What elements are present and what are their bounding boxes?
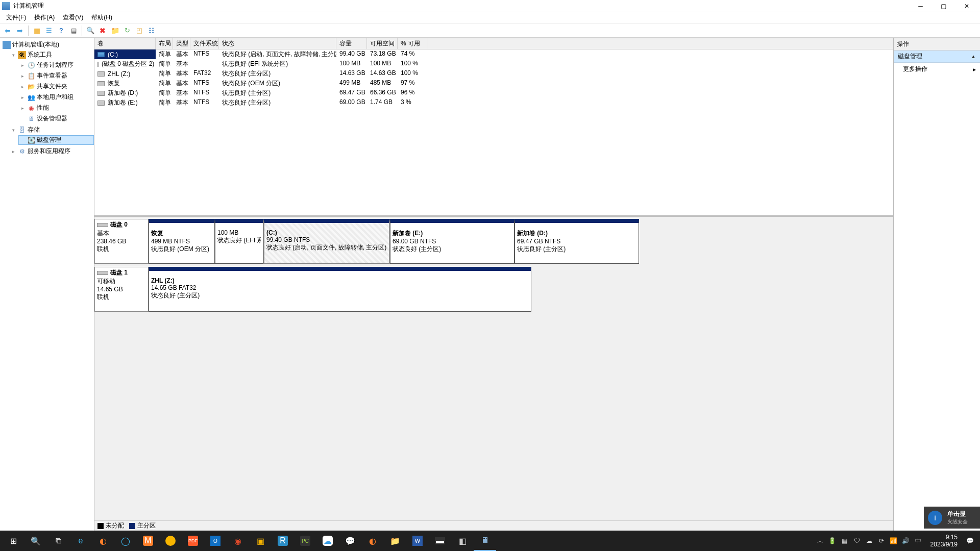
tray-volume-icon[interactable]: 🔊	[901, 534, 911, 548]
local-button[interactable]: ◰	[134, 25, 145, 36]
taskbar-app-cloud[interactable]: ☁	[316, 531, 339, 551]
taskbar-app-yellow[interactable]	[159, 531, 182, 551]
tree-system-tools[interactable]: ▾ 🛠 系统工具	[9, 50, 94, 60]
start-button[interactable]: ⊞	[2, 531, 24, 551]
col-percent[interactable]: % 可用	[398, 38, 428, 49]
show-hide-tree-button[interactable]: ▦	[31, 25, 42, 36]
tree-performance[interactable]: ▸◉性能	[18, 103, 94, 113]
col-type[interactable]: 类型	[173, 38, 190, 49]
taskbar-app-orange[interactable]: M	[137, 531, 159, 551]
volume-row[interactable]: 新加卷 (E:)简单基本NTFS状态良好 (主分区)69.00 GB1.74 G…	[94, 98, 893, 108]
tray-onedrive-icon[interactable]: ☁	[864, 534, 874, 548]
tray-sync-icon[interactable]: ⟳	[876, 534, 887, 548]
properties-button[interactable]: ▤	[68, 25, 79, 36]
menu-action[interactable]: 操作(A)	[30, 12, 59, 23]
partition[interactable]: ZHL (Z:)14.65 GB FAT32状态良好 (主分区)	[149, 267, 531, 312]
minimize-button[interactable]: ─	[909, 0, 932, 12]
close-button[interactable]: ✕	[955, 0, 978, 12]
taskbar-vmware[interactable]: ▣	[249, 531, 272, 551]
col-filesystem[interactable]: 文件系统	[190, 38, 219, 49]
actions-group-disk[interactable]: 磁盘管理 ▲	[894, 51, 980, 63]
tree-services-apps[interactable]: ▸ ⚙ 服务和应用程序	[9, 146, 94, 156]
search-button[interactable]: 🔍	[24, 531, 47, 551]
new-folder-button[interactable]: 📁	[109, 25, 120, 36]
taskbar-firefox[interactable]: ◐	[92, 531, 114, 551]
volume-row[interactable]: 新加卷 (D:)简单基本NTFS状态良好 (主分区)69.47 GB66.36 …	[94, 88, 893, 98]
expander-icon[interactable]: ▾	[10, 53, 16, 58]
menu-file[interactable]: 文件(F)	[2, 12, 30, 23]
expander-icon[interactable]: ▾	[10, 128, 16, 133]
taskbar-word[interactable]: W	[406, 531, 429, 551]
col-layout[interactable]: 布局	[156, 38, 173, 49]
volume-row[interactable]: ZHL (Z:)简单基本FAT32状态良好 (主分区)14.63 GB14.63…	[94, 69, 893, 79]
taskbar-ie[interactable]: e	[69, 531, 92, 551]
col-capacity[interactable]: 容量	[336, 38, 367, 49]
taskbar-firefox2[interactable]: ◐	[361, 531, 384, 551]
taskbar-wechat[interactable]: 💬	[339, 531, 361, 551]
taskbar-pycharm[interactable]: PC	[294, 531, 316, 551]
taskbar-terminal[interactable]: ▬	[429, 531, 451, 551]
maximize-button[interactable]: ▢	[932, 0, 955, 12]
tree-local-users[interactable]: ▸👥本地用户和组	[18, 92, 94, 102]
tray-notifications-icon[interactable]: 💬	[965, 534, 975, 548]
taskbar-app-generic[interactable]: ◧	[451, 531, 474, 551]
taskbar-compmgmt[interactable]: 🖥	[474, 531, 496, 551]
tree-disk-management[interactable]: 💽磁盘管理	[18, 135, 94, 145]
taskbar-outlook[interactable]: O	[204, 531, 227, 551]
expander-icon[interactable]: ▸	[19, 84, 26, 89]
partition[interactable]: 恢复499 MB NTFS状态良好 (OEM 分区)	[149, 219, 215, 264]
partition[interactable]: (C:)99.40 GB NTFS状态良好 (启动, 页面文件, 故障转储, 主…	[263, 219, 390, 264]
tray-shield-icon[interactable]: 🛡	[852, 534, 862, 548]
taskbar-app-pdf[interactable]: PDF	[182, 531, 204, 551]
taskbar-app-r[interactable]: R	[272, 531, 294, 551]
expander-icon[interactable]: ▸	[19, 106, 26, 111]
volume-row[interactable]: (C:)简单基本NTFS状态良好 (启动, 页面文件, 故障转储, 主分区)99…	[94, 49, 893, 59]
tree-task-scheduler[interactable]: ▸🕒任务计划程序	[18, 60, 94, 70]
tray-battery-icon[interactable]: 🔋	[827, 534, 838, 548]
expander-icon[interactable]: ▸	[19, 63, 26, 68]
partition[interactable]: 新加卷 (D:)69.47 GB NTFS状态良好 (主分区)	[514, 219, 639, 264]
nav-forward-button[interactable]: ➡	[14, 25, 26, 36]
refresh-button[interactable]: ↻	[121, 25, 133, 36]
menu-view[interactable]: 查看(V)	[59, 12, 87, 23]
tray-app-icon[interactable]: ▦	[840, 534, 850, 548]
find-button[interactable]: 🔍	[85, 25, 96, 36]
disk-meta[interactable]: 磁盘 1可移动14.65 GB联机	[94, 267, 149, 312]
share-icon: 📂	[27, 83, 35, 91]
system-tray: ︿ 🔋 ▦ 🛡 ☁ ⟳ 📶 🔊 中 9:15 2023/9/19 💬	[815, 534, 978, 548]
tray-wifi-icon[interactable]: 📶	[889, 534, 899, 548]
tree-storage[interactable]: ▾ 🗄 存储	[9, 125, 94, 135]
taskbar-explorer[interactable]: 📁	[384, 531, 406, 551]
disk-meta[interactable]: 磁盘 0基本238.46 GB联机	[94, 219, 149, 264]
disk-icon	[97, 101, 105, 106]
list-button[interactable]: ☷	[146, 25, 157, 36]
tree-event-viewer[interactable]: ▸📋事件查看器	[18, 71, 94, 81]
nav-back-button[interactable]: ⬅	[2, 25, 13, 36]
task-view-button[interactable]: ⧉	[47, 531, 69, 551]
volume-row[interactable]: (磁盘 0 磁盘分区 2)简单基本状态良好 (EFI 系统分区)100 MB10…	[94, 59, 893, 69]
actions-more[interactable]: 更多操作 ▸	[894, 63, 980, 76]
col-free[interactable]: 可用空间	[367, 38, 398, 49]
tree-root[interactable]: 计算机管理(本地)	[0, 40, 94, 49]
partition[interactable]: 100 MB状态良好 (EFI 系	[215, 219, 263, 264]
layers-button[interactable]: ☰	[43, 25, 55, 36]
taskbar-clock[interactable]: 9:15 2023/9/19	[925, 534, 963, 548]
expander-icon[interactable]: ▸	[10, 149, 16, 154]
tray-overflow-icon[interactable]: ︿	[815, 534, 825, 548]
expander-icon[interactable]: ▸	[19, 95, 26, 100]
tree-device-manager[interactable]: 🖥设备管理器	[18, 114, 94, 123]
menu-help[interactable]: 帮助(H)	[87, 12, 116, 23]
taskbar-edge[interactable]: ◯	[114, 531, 137, 551]
delete-button[interactable]: ✖	[97, 25, 108, 36]
partition[interactable]: 新加卷 (E:)69.00 GB NTFS状态良好 (主分区)	[390, 219, 514, 264]
tray-ime-icon[interactable]: 中	[913, 534, 923, 548]
expander-icon[interactable]: ▸	[19, 73, 26, 79]
help-button[interactable]: ?	[56, 25, 67, 36]
notification-toast[interactable]: i 单击显 火绒安全	[924, 507, 980, 529]
col-volume[interactable]: 卷	[94, 38, 156, 49]
volume-row[interactable]: 恢复简单基本NTFS状态良好 (OEM 分区)499 MB485 MB97 %	[94, 79, 893, 88]
col-status[interactable]: 状态	[219, 38, 336, 49]
tree-shared-folders[interactable]: ▸📂共享文件夹	[18, 82, 94, 91]
taskbar-app-red[interactable]: ◉	[227, 531, 249, 551]
info-icon: i	[928, 511, 942, 525]
